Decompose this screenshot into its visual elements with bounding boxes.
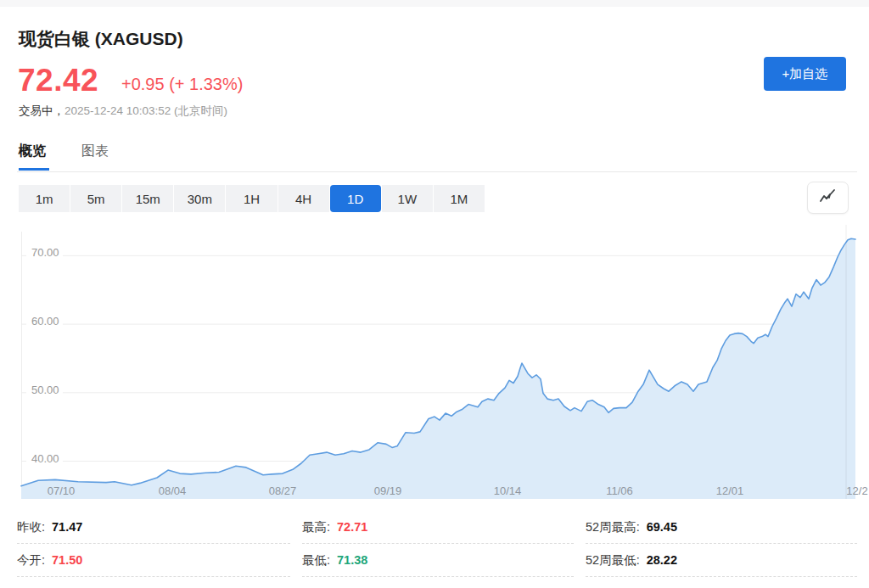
active-tab-underline: [19, 168, 49, 171]
trading-status-label: 交易中，: [19, 104, 64, 117]
stat-value: 69.45: [647, 520, 677, 534]
stat-label: 最高:: [302, 519, 330, 535]
interval-1m-month[interactable]: 1M: [434, 185, 485, 212]
chart-canvas: [21, 225, 855, 499]
x-tick-label: 12/01: [716, 484, 744, 497]
area-fill: [21, 238, 855, 499]
y-tick-label: 60.00: [26, 315, 63, 328]
interval-1m[interactable]: 1m: [19, 185, 70, 212]
price-change: +0.95 (+ 1.33%): [121, 75, 243, 94]
y-tick-label: 70.00: [26, 246, 63, 259]
instrument-title: 现货白银 (XAGUSD): [19, 27, 183, 51]
stats-column-3: 52周最高: 69.45 52周最低: 28.22: [586, 511, 857, 577]
x-tick-label: 07/10: [48, 484, 76, 497]
x-tick-label: 09/19: [374, 484, 402, 497]
stat-52w-high: 52周最高: 69.45: [586, 511, 857, 544]
x-tick-label: 10/14: [494, 484, 522, 497]
stat-label: 最低:: [302, 552, 330, 568]
page-top-strip: [0, 0, 869, 7]
stat-label: 昨收:: [17, 519, 45, 535]
price-area-chart[interactable]: 70.0060.0050.0040.00 07/1008/0408/2709/1…: [21, 225, 855, 499]
add-watchlist-button[interactable]: +加自选: [764, 57, 846, 91]
view-tabs: 概览 图表: [19, 143, 109, 171]
interval-1d[interactable]: 1D: [330, 185, 381, 212]
stat-low: 最低: 71.38: [302, 544, 574, 577]
stats-column-1: 昨收: 71.47 今开: 71.50: [17, 511, 290, 577]
stat-label: 52周最高:: [586, 519, 640, 535]
quote-page: 现货白银 (XAGUSD) 72.42 +0.95 (+ 1.33%) 交易中，…: [0, 0, 869, 588]
x-tick-label: 08/04: [159, 484, 187, 497]
last-price: 72.42: [18, 63, 98, 98]
quote-timestamp: 2025-12-24 10:03:52 (北京时间): [64, 104, 227, 117]
stat-high: 最高: 72.71: [302, 511, 574, 544]
interval-1h[interactable]: 1H: [226, 185, 277, 212]
stat-52w-low: 52周最低: 28.22: [586, 544, 857, 577]
interval-30m[interactable]: 30m: [174, 185, 225, 212]
x-tick-label: 12/2: [846, 484, 867, 497]
stat-value: 71.38: [337, 553, 367, 567]
stat-label: 今开:: [17, 552, 45, 568]
tabs-divider: [17, 171, 857, 172]
interval-15m[interactable]: 15m: [122, 185, 173, 212]
stat-value: 72.71: [337, 520, 367, 534]
interval-5m[interactable]: 5m: [70, 185, 121, 212]
chart-type-button[interactable]: [807, 182, 849, 214]
interval-toolbar: 1m 5m 15m 30m 1H 4H 1D 1W 1M: [19, 185, 485, 212]
x-tick-label: 08/27: [269, 484, 297, 497]
stat-value: 71.47: [52, 520, 82, 534]
trading-status: 交易中，2025-12-24 10:03:52 (北京时间): [19, 104, 227, 119]
stat-value: 28.22: [647, 553, 677, 567]
stats-column-2: 最高: 72.71 最低: 71.38: [302, 511, 574, 577]
stat-value: 71.50: [52, 553, 82, 567]
interval-1w[interactable]: 1W: [382, 185, 433, 212]
y-tick-label: 40.00: [26, 452, 63, 465]
stat-open: 今开: 71.50: [17, 544, 290, 577]
interval-4h[interactable]: 4H: [278, 185, 329, 212]
tab-chart[interactable]: 图表: [81, 143, 109, 171]
x-tick-label: 11/06: [606, 484, 633, 497]
stat-label: 52周最低:: [586, 552, 640, 568]
trend-line-icon: [819, 188, 838, 207]
tab-overview[interactable]: 概览: [19, 143, 46, 171]
stat-prev-close: 昨收: 71.47: [17, 511, 290, 544]
y-tick-label: 50.00: [26, 384, 63, 396]
